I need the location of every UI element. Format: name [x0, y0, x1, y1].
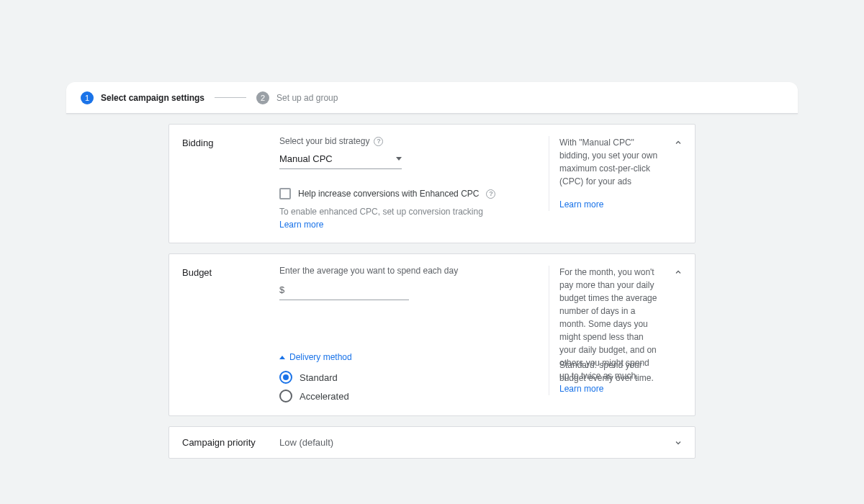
- bidding-aside: With "Manual CPC" bidding, you set your …: [549, 136, 660, 211]
- budget-card: Budget Enter the average you want to spe…: [168, 253, 696, 416]
- delivery-method-toggle[interactable]: Delivery method: [279, 352, 545, 362]
- delivery-method-label: Delivery method: [289, 352, 352, 362]
- step-2-dot: 2: [256, 91, 269, 104]
- step-separator: [215, 97, 246, 98]
- budget-enter-label: Enter the average you want to spend each…: [279, 266, 545, 276]
- delivery-accelerated-row[interactable]: Accelerated: [279, 390, 545, 402]
- campaign-priority-card[interactable]: Campaign priority Low (default): [168, 426, 696, 459]
- stepper-header: 1 Select campaign settings 2 Set up ad g…: [66, 82, 798, 114]
- step-1-dot: 1: [81, 91, 94, 104]
- step-2-label: Set up ad group: [276, 93, 338, 103]
- bid-strategy-label: Select your bid strategy ?: [279, 136, 545, 146]
- radio-standard-label: Standard: [300, 372, 338, 383]
- caret-down-icon: [396, 157, 402, 161]
- help-icon[interactable]: ?: [486, 189, 495, 199]
- caret-up-icon: [279, 356, 285, 359]
- bidding-card: Bidding Select your bid strategy ? Manua…: [168, 124, 696, 243]
- enhanced-cpc-label: Help increase conversions with Enhanced …: [298, 189, 479, 199]
- bid-strategy-label-text: Select your bid strategy: [279, 136, 369, 146]
- budget-aside2-text: Standard: spend your budget evenly over …: [559, 360, 654, 383]
- help-icon[interactable]: ?: [374, 137, 383, 146]
- priority-value: Low (default): [279, 437, 333, 448]
- currency-symbol: $: [279, 284, 284, 295]
- radio-standard[interactable]: [279, 371, 292, 384]
- bid-strategy-value: Manual CPC: [279, 153, 333, 164]
- bidding-title: Bidding: [182, 136, 279, 148]
- radio-accelerated[interactable]: [279, 390, 292, 402]
- priority-title: Campaign priority: [182, 437, 279, 448]
- delivery-radio-group: Standard Accelerated: [279, 371, 545, 402]
- step-2[interactable]: 2 Set up ad group: [256, 91, 338, 104]
- step-1[interactable]: 1 Select campaign settings: [81, 91, 204, 104]
- enhanced-cpc-checkbox[interactable]: [279, 188, 291, 199]
- step-1-label: Select campaign settings: [101, 93, 204, 103]
- learn-more-link[interactable]: Learn more: [559, 199, 603, 210]
- learn-more-link[interactable]: Learn more: [279, 220, 545, 230]
- budget-aside-2: Standard: spend your budget evenly over …: [549, 359, 660, 387]
- bidding-aside-text: With "Manual CPC" bidding, you set your …: [559, 136, 660, 188]
- expand-priority-button[interactable]: [672, 436, 685, 449]
- daily-budget-input[interactable]: $: [279, 280, 409, 300]
- enhanced-cpc-row: Help increase conversions with Enhanced …: [279, 188, 545, 199]
- enhanced-cpc-hint: To enable enhanced CPC, set up conversio…: [279, 207, 545, 217]
- radio-accelerated-label: Accelerated: [300, 391, 349, 402]
- budget-enter-label-text: Enter the average you want to spend each…: [279, 266, 458, 276]
- delivery-standard-row[interactable]: Standard: [279, 371, 545, 384]
- chevron-down-icon: [674, 438, 683, 447]
- budget-title: Budget: [182, 266, 279, 278]
- bid-strategy-select[interactable]: Manual CPC: [279, 150, 402, 169]
